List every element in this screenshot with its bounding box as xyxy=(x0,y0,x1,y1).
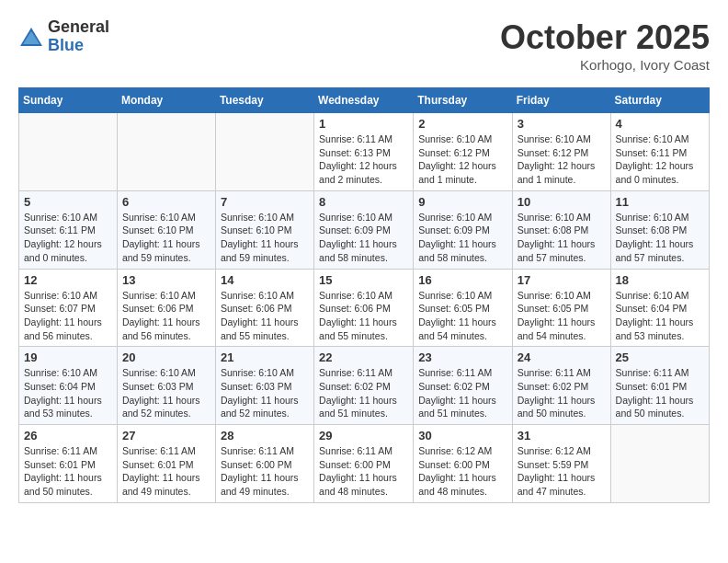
day-info: Sunrise: 6:10 AM Sunset: 6:06 PM Dayligh… xyxy=(319,289,408,343)
location: Korhogo, Ivory Coast xyxy=(500,57,710,73)
weekday-header: Monday xyxy=(117,88,215,113)
day-info: Sunrise: 6:11 AM Sunset: 6:00 PM Dayligh… xyxy=(319,444,408,499)
calendar-cell: 4Sunrise: 6:10 AM Sunset: 6:11 PM Daylig… xyxy=(610,113,709,191)
day-info: Sunrise: 6:11 AM Sunset: 6:02 PM Dayligh… xyxy=(319,366,408,420)
day-number: 2 xyxy=(418,117,506,131)
day-number: 30 xyxy=(418,429,506,442)
day-number: 18 xyxy=(616,273,704,287)
calendar-cell: 6Sunrise: 6:10 AM Sunset: 6:10 PM Daylig… xyxy=(117,190,215,269)
calendar-cell: 18Sunrise: 6:10 AM Sunset: 6:04 PM Dayli… xyxy=(610,269,709,347)
day-number: 20 xyxy=(122,350,210,364)
calendar-cell: 5Sunrise: 6:10 AM Sunset: 6:11 PM Daylig… xyxy=(19,190,118,269)
weekday-header: Tuesday xyxy=(215,88,313,113)
day-info: Sunrise: 6:10 AM Sunset: 6:05 PM Dayligh… xyxy=(518,289,606,343)
day-number: 8 xyxy=(319,195,408,209)
calendar-cell xyxy=(117,113,215,191)
day-number: 9 xyxy=(418,195,506,209)
day-number: 31 xyxy=(518,429,606,442)
calendar-cell: 24Sunrise: 6:11 AM Sunset: 6:02 PM Dayli… xyxy=(512,347,610,425)
month-title: October 2025 xyxy=(500,18,710,57)
day-info: Sunrise: 6:10 AM Sunset: 6:08 PM Dayligh… xyxy=(518,211,606,265)
logo-blue: Blue xyxy=(48,37,109,55)
logo: General Blue xyxy=(18,18,109,55)
day-number: 25 xyxy=(616,350,704,364)
day-info: Sunrise: 6:11 AM Sunset: 6:13 PM Dayligh… xyxy=(319,132,408,187)
calendar-cell: 28Sunrise: 6:11 AM Sunset: 6:00 PM Dayli… xyxy=(215,425,313,503)
day-number: 5 xyxy=(24,195,112,209)
weekday-header: Saturday xyxy=(610,88,709,113)
day-info: Sunrise: 6:11 AM Sunset: 6:02 PM Dayligh… xyxy=(518,366,606,420)
day-info: Sunrise: 6:10 AM Sunset: 6:12 PM Dayligh… xyxy=(518,132,606,187)
calendar-cell: 29Sunrise: 6:11 AM Sunset: 6:00 PM Dayli… xyxy=(314,425,414,503)
calendar-week-row: 12Sunrise: 6:10 AM Sunset: 6:07 PM Dayli… xyxy=(19,269,710,347)
day-info: Sunrise: 6:10 AM Sunset: 6:03 PM Dayligh… xyxy=(122,366,210,420)
calendar-week-row: 26Sunrise: 6:11 AM Sunset: 6:01 PM Dayli… xyxy=(19,425,710,503)
day-number: 19 xyxy=(24,350,112,364)
weekday-header: Sunday xyxy=(19,88,118,113)
day-number: 17 xyxy=(518,273,606,287)
calendar-cell: 26Sunrise: 6:11 AM Sunset: 6:01 PM Dayli… xyxy=(19,425,118,503)
calendar-cell: 12Sunrise: 6:10 AM Sunset: 6:07 PM Dayli… xyxy=(19,269,118,347)
calendar-cell: 27Sunrise: 6:11 AM Sunset: 6:01 PM Dayli… xyxy=(117,425,215,503)
calendar-table: SundayMondayTuesdayWednesdayThursdayFrid… xyxy=(18,87,710,503)
day-number: 29 xyxy=(319,429,408,442)
day-info: Sunrise: 6:11 AM Sunset: 6:00 PM Dayligh… xyxy=(221,444,309,499)
calendar-cell: 3Sunrise: 6:10 AM Sunset: 6:12 PM Daylig… xyxy=(512,113,610,191)
day-number: 1 xyxy=(319,117,408,131)
day-number: 24 xyxy=(518,350,606,364)
day-number: 6 xyxy=(122,195,210,209)
weekday-header-row: SundayMondayTuesdayWednesdayThursdayFrid… xyxy=(19,88,710,113)
calendar-cell: 10Sunrise: 6:10 AM Sunset: 6:08 PM Dayli… xyxy=(512,190,610,269)
calendar-cell: 19Sunrise: 6:10 AM Sunset: 6:04 PM Dayli… xyxy=(19,347,118,425)
day-number: 23 xyxy=(418,350,506,364)
day-info: Sunrise: 6:10 AM Sunset: 6:12 PM Dayligh… xyxy=(418,132,506,187)
day-number: 28 xyxy=(221,429,309,442)
logo-general: General xyxy=(48,18,109,37)
day-number: 27 xyxy=(122,429,210,442)
day-info: Sunrise: 6:10 AM Sunset: 6:08 PM Dayligh… xyxy=(616,211,704,265)
day-number: 16 xyxy=(418,273,506,287)
day-number: 4 xyxy=(616,117,704,131)
day-info: Sunrise: 6:10 AM Sunset: 6:09 PM Dayligh… xyxy=(418,211,506,265)
day-info: Sunrise: 6:10 AM Sunset: 6:09 PM Dayligh… xyxy=(319,211,408,265)
calendar-cell: 25Sunrise: 6:11 AM Sunset: 6:01 PM Dayli… xyxy=(610,347,709,425)
calendar-cell: 23Sunrise: 6:11 AM Sunset: 6:02 PM Dayli… xyxy=(414,347,512,425)
calendar-cell: 2Sunrise: 6:10 AM Sunset: 6:12 PM Daylig… xyxy=(414,113,512,191)
calendar-cell: 8Sunrise: 6:10 AM Sunset: 6:09 PM Daylig… xyxy=(314,190,414,269)
calendar-cell: 21Sunrise: 6:10 AM Sunset: 6:03 PM Dayli… xyxy=(215,347,313,425)
calendar-cell: 9Sunrise: 6:10 AM Sunset: 6:09 PM Daylig… xyxy=(414,190,512,269)
day-info: Sunrise: 6:10 AM Sunset: 6:03 PM Dayligh… xyxy=(221,366,309,420)
day-info: Sunrise: 6:10 AM Sunset: 6:11 PM Dayligh… xyxy=(24,211,112,265)
day-info: Sunrise: 6:10 AM Sunset: 6:05 PM Dayligh… xyxy=(418,289,506,343)
calendar-cell: 13Sunrise: 6:10 AM Sunset: 6:06 PM Dayli… xyxy=(117,269,215,347)
day-number: 13 xyxy=(122,273,210,287)
day-info: Sunrise: 6:10 AM Sunset: 6:06 PM Dayligh… xyxy=(122,289,210,343)
day-info: Sunrise: 6:11 AM Sunset: 6:02 PM Dayligh… xyxy=(418,366,506,420)
day-info: Sunrise: 6:11 AM Sunset: 6:01 PM Dayligh… xyxy=(122,444,210,499)
calendar-cell: 17Sunrise: 6:10 AM Sunset: 6:05 PM Dayli… xyxy=(512,269,610,347)
calendar-cell: 16Sunrise: 6:10 AM Sunset: 6:05 PM Dayli… xyxy=(414,269,512,347)
title-block: October 2025 Korhogo, Ivory Coast xyxy=(500,18,710,73)
calendar-cell xyxy=(610,425,709,503)
calendar-cell: 7Sunrise: 6:10 AM Sunset: 6:10 PM Daylig… xyxy=(215,190,313,269)
day-info: Sunrise: 6:10 AM Sunset: 6:04 PM Dayligh… xyxy=(616,289,704,343)
calendar-cell: 31Sunrise: 6:12 AM Sunset: 5:59 PM Dayli… xyxy=(512,425,610,503)
day-info: Sunrise: 6:12 AM Sunset: 5:59 PM Dayligh… xyxy=(518,444,606,499)
logo-text: General Blue xyxy=(48,18,109,55)
day-number: 3 xyxy=(518,117,606,131)
day-number: 15 xyxy=(319,273,408,287)
logo-icon xyxy=(18,24,44,50)
calendar-cell xyxy=(19,113,118,191)
calendar-cell: 22Sunrise: 6:11 AM Sunset: 6:02 PM Dayli… xyxy=(314,347,414,425)
calendar-week-row: 5Sunrise: 6:10 AM Sunset: 6:11 PM Daylig… xyxy=(19,190,710,269)
day-number: 12 xyxy=(24,273,112,287)
day-info: Sunrise: 6:11 AM Sunset: 6:01 PM Dayligh… xyxy=(24,444,112,499)
day-info: Sunrise: 6:10 AM Sunset: 6:06 PM Dayligh… xyxy=(221,289,309,343)
calendar-cell: 30Sunrise: 6:12 AM Sunset: 6:00 PM Dayli… xyxy=(414,425,512,503)
calendar-cell: 14Sunrise: 6:10 AM Sunset: 6:06 PM Dayli… xyxy=(215,269,313,347)
weekday-header: Wednesday xyxy=(314,88,414,113)
day-number: 10 xyxy=(518,195,606,209)
day-info: Sunrise: 6:10 AM Sunset: 6:10 PM Dayligh… xyxy=(221,211,309,265)
page-header: General Blue October 2025 Korhogo, Ivory… xyxy=(18,18,710,73)
day-number: 26 xyxy=(24,429,112,442)
